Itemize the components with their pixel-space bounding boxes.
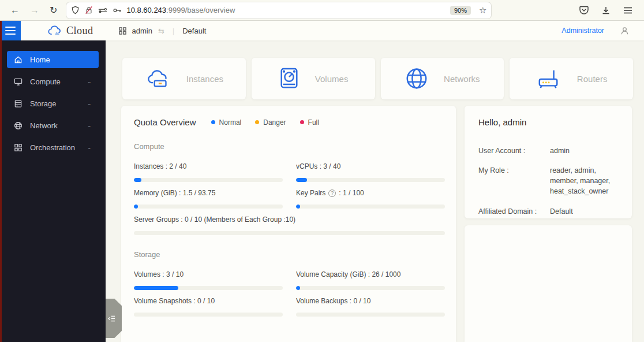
quota-progress-track [134,313,283,317]
legend-item-normal: Normal [211,118,242,127]
pocket-icon[interactable] [579,6,589,14]
quota-progress-fill [296,205,300,209]
quota-progress-track [134,286,283,290]
chevron-down-icon: ⌄ [87,101,92,106]
quota-grid: Instances : 2 / 40vCPUs : 3 / 40Memory (… [134,155,443,235]
url-host: 10.8.60.243 [126,6,166,14]
quota-progress-fill [134,178,141,182]
browser-toolbar: ← → ↻ 10.8.60.243:9999/base/overview 90%… [0,0,644,21]
quota-progress-track [296,178,445,182]
address-text[interactable]: 10.8.60.243:9999/base/overview [126,6,445,14]
project-grid-icon [119,27,126,35]
permissions-icon[interactable] [98,6,107,14]
chevron-down-icon: ⌄ [87,79,92,84]
app-header: Cloud admin ⇆ | Default Administrator [0,21,644,40]
app-logo[interactable]: Cloud [47,25,93,37]
legend-dot-icon [211,120,215,124]
quota-label-text: Key Pairs [296,189,325,197]
profile-row-label: User Account : [478,146,550,156]
shortcut-card-networks[interactable]: Networks [381,58,504,99]
quota-item-label: Key Pairs? : 1 / 100 [296,189,445,197]
quick-menu-handle[interactable] [106,299,122,338]
forward-button[interactable]: → [30,6,39,15]
switch-project-icon[interactable]: ⇆ [158,27,164,35]
sidebar-toggle-button[interactable] [0,21,21,40]
quota-item: vCPUs : 3 / 40 [296,162,445,182]
sidebar-nav: HomeCompute⌄Storage⌄Network⌄Orchestratio… [0,40,106,342]
quota-legend: NormalDangerFull [211,118,319,127]
quota-sections: ComputeInstances : 2 / 40vCPUs : 3 / 40M… [134,142,443,317]
legend-label: Full [308,118,319,127]
quota-progress-track [296,286,445,290]
quota-overview-card: Quota Overview NormalDangerFull ComputeI… [121,106,456,342]
quota-progress-track [134,205,283,209]
quota-item-label: Instances : 2 / 40 [134,162,283,170]
sidebar-item-storage[interactable]: Storage⌄ [7,95,99,112]
profile-row: Affiliated Domain :Default [478,206,618,217]
user-profile-card: Hello, admin User Account :adminMy Role … [465,106,632,218]
profile-rows: User Account :adminMy Role :reader, admi… [478,146,618,217]
shortcut-card-volumes[interactable]: Volumes [252,58,375,99]
main-content: InstancesVolumesNetworksRouters Quota Ov… [106,40,644,342]
profile-row-label: My Role : [478,165,550,196]
bookmark-star-icon[interactable]: ☆ [479,5,486,16]
quota-progress-fill [296,178,307,182]
shield-icon[interactable] [71,6,80,14]
legend-label: Normal [219,118,242,127]
sidebar-item-orchestration[interactable]: Orchestration⌄ [7,139,99,156]
quota-progress-track [296,205,445,209]
insecure-lock-icon[interactable] [85,6,93,14]
domain-name: Default [182,27,206,35]
chevron-down-icon: ⌄ [87,145,92,150]
quota-item-label: Volume Capacity (GiB) : 26 / 1000 [296,270,445,278]
sidebar-item-home[interactable]: Home [7,51,99,68]
profile-row-label: Affiliated Domain : [478,206,550,217]
user-avatar-icon[interactable] [620,27,629,35]
legend-item-danger: Danger [255,118,286,127]
quota-progress-track [134,178,283,182]
key-icon[interactable] [113,7,122,14]
quota-item: Instances : 2 / 40 [134,162,283,182]
quota-section-title: Compute [134,142,443,151]
screen-edge [0,21,2,342]
quota-overview-title: Quota Overview [134,117,196,127]
quota-item: Volumes : 3 / 10 [134,270,283,290]
menu-icon[interactable] [623,6,632,14]
storage-icon [14,99,23,108]
sidebar-item-compute[interactable]: Compute⌄ [7,73,99,90]
url-bar[interactable]: 10.8.60.243:9999/base/overview 90% ☆ [66,2,491,18]
quota-item: Memory (GiB) : 1.5 / 93.75 [134,189,283,209]
shortcut-cards-row: InstancesVolumesNetworksRouters [122,58,633,99]
legend-item-full: Full [300,118,319,127]
quota-grid: Volumes : 3 / 10Volume Capacity (GiB) : … [134,263,443,317]
zoom-level-badge[interactable]: 90% [450,6,471,15]
quota-item-label: Volume Snapshots : 0 / 10 [134,297,283,305]
quota-item-label: Server Groups : 0 / 10 (Members of Each … [134,215,445,224]
shortcut-card-routers[interactable]: Routers [510,58,633,99]
quota-item: Volume Snapshots : 0 / 10 [134,297,283,317]
administrator-link[interactable]: Administrator [561,27,604,35]
logo-text: Cloud [66,25,93,37]
back-button[interactable]: ← [10,6,20,15]
legend-label: Danger [263,118,286,127]
help-icon[interactable]: ? [328,189,336,197]
sidebar-item-network[interactable]: Network⌄ [7,117,99,134]
quota-item-label: Memory (GiB) : 1.5 / 93.75 [134,189,283,197]
reload-button[interactable]: ↻ [50,6,57,15]
profile-row-value: admin [550,146,618,156]
shortcut-card-label: Instances [186,74,223,84]
quota-item: Volume Backups : 0 / 10 [296,297,445,317]
network-icon [14,121,23,130]
header-divider: | [173,27,174,35]
orchestration-icon [14,143,23,152]
quota-item: Key Pairs? : 1 / 100 [296,189,445,209]
profile-row-value: Default [550,206,618,217]
networks-icon [405,66,429,91]
profile-row: User Account :admin [478,146,618,156]
shortcut-card-instances[interactable]: Instances [122,58,246,99]
volumes-icon [278,67,300,90]
instances-icon [145,68,171,89]
cloud-logo-icon [47,25,62,36]
downloads-icon[interactable] [601,6,611,15]
profile-row: My Role :reader, admin, member, manager,… [478,165,618,196]
